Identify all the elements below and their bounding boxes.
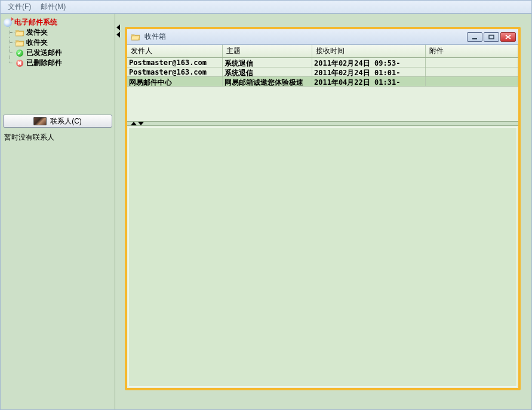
sidebar: 电子邮件系统 发件夹 收件夹 bbox=[1, 14, 115, 409]
globe-icon bbox=[3, 18, 13, 27]
tree-item-sent[interactable]: ✓ 已发送邮件 bbox=[3, 48, 112, 58]
cell-attachment bbox=[426, 58, 518, 67]
triangle-left-icon bbox=[116, 24, 120, 30]
folder-open-icon bbox=[15, 28, 24, 38]
triangle-down-icon bbox=[138, 122, 144, 125]
cell-subject: 系统退信 bbox=[223, 67, 312, 76]
table-row[interactable]: Postmaster@163.com 系统退信 2011年02月24日 01:0… bbox=[127, 67, 518, 77]
triangle-up-icon bbox=[131, 122, 137, 125]
close-button[interactable] bbox=[500, 32, 516, 42]
cell-sender: 网易邮件中心 bbox=[127, 77, 223, 86]
contacts-empty-text: 暂时没有联系人 bbox=[1, 130, 115, 145]
tree-item-label: 已删除邮件 bbox=[26, 58, 62, 68]
folder-open-icon bbox=[131, 32, 140, 42]
maximize-button[interactable] bbox=[484, 32, 499, 42]
tree-connector-icon bbox=[5, 48, 15, 58]
column-attachment[interactable]: 附件 bbox=[426, 45, 518, 57]
cell-attachment bbox=[426, 67, 518, 76]
close-icon bbox=[505, 35, 511, 39]
cell-sender: Postmaster@163.com bbox=[127, 67, 223, 76]
app-window: 文件(F) 邮件(M) 电子邮件系统 发件夹 bbox=[0, 0, 532, 410]
avatar-icon bbox=[33, 117, 47, 125]
tree-item-outbox[interactable]: 发件夹 bbox=[3, 27, 112, 38]
check-circle-icon: ✓ bbox=[15, 48, 24, 58]
column-subject[interactable]: 主题 bbox=[223, 45, 312, 57]
folder-tree: 电子邮件系统 发件夹 收件夹 bbox=[1, 14, 115, 69]
svg-rect-1 bbox=[489, 35, 494, 39]
table-row[interactable]: Postmaster@163.com 系统退信 2011年02月24日 09:5… bbox=[127, 58, 518, 67]
tree-connector-icon bbox=[5, 27, 15, 38]
minimize-button[interactable] bbox=[467, 32, 482, 42]
inbox-title: 收件箱 bbox=[144, 32, 166, 42]
inbox-body: 发件人 主题 接收时间 附件 Postmaster@163.com 系统退信 2… bbox=[127, 45, 518, 388]
tree-connector-icon bbox=[5, 58, 15, 68]
delete-circle-icon: ✖ bbox=[15, 58, 24, 68]
mail-list: Postmaster@163.com 系统退信 2011年02月24日 09:5… bbox=[127, 58, 518, 87]
mail-table-header: 发件人 主题 接收时间 附件 bbox=[127, 45, 518, 58]
svg-rect-0 bbox=[472, 38, 477, 39]
tree-item-inbox[interactable]: 收件夹 bbox=[3, 38, 112, 48]
content-area: 收件箱 bbox=[121, 14, 531, 409]
inbox-window: 收件箱 bbox=[125, 27, 521, 390]
cell-attachment bbox=[426, 77, 518, 86]
triangle-left-icon bbox=[116, 32, 120, 38]
table-row[interactable]: 网易邮件中心 网易邮箱诚邀您体验极速 2011年04月22日 01:31- bbox=[127, 77, 518, 87]
main-area: 电子邮件系统 发件夹 收件夹 bbox=[1, 14, 531, 409]
inbox-titlebar[interactable]: 收件箱 bbox=[127, 29, 518, 45]
menu-file[interactable]: 文件(F) bbox=[3, 1, 36, 13]
tree-item-label: 收件夹 bbox=[26, 38, 48, 48]
horizontal-splitter[interactable] bbox=[127, 121, 518, 126]
tree-item-label: 已发送邮件 bbox=[26, 48, 62, 58]
tree-item-deleted[interactable]: ✖ 已删除邮件 bbox=[3, 58, 112, 68]
column-sender[interactable]: 发件人 bbox=[127, 45, 223, 57]
maximize-icon bbox=[488, 35, 494, 39]
content-wrap: 收件箱 bbox=[121, 14, 531, 409]
tree-root-email-system[interactable]: 电子邮件系统 bbox=[3, 17, 112, 27]
contacts-button-label: 联系人(C) bbox=[50, 116, 82, 127]
preview-pane bbox=[128, 127, 517, 387]
tree-connector-icon bbox=[5, 38, 15, 48]
cell-time: 2011年04月22日 01:31- bbox=[312, 77, 426, 86]
contacts-button[interactable]: 联系人(C) bbox=[3, 115, 112, 128]
cell-time: 2011年02月24日 09:53- bbox=[312, 58, 426, 67]
minimize-icon bbox=[472, 35, 478, 39]
cell-sender: Postmaster@163.com bbox=[127, 58, 223, 67]
folder-open-icon bbox=[15, 38, 24, 48]
column-time[interactable]: 接收时间 bbox=[312, 45, 426, 57]
tree-root-label: 电子邮件系统 bbox=[14, 17, 57, 27]
tree-item-label: 发件夹 bbox=[26, 27, 48, 38]
cell-time: 2011年02月24日 01:01- bbox=[312, 67, 426, 76]
cell-subject: 系统退信 bbox=[223, 58, 312, 67]
sidebar-collapse-handle[interactable] bbox=[115, 14, 121, 409]
menubar: 文件(F) 邮件(M) bbox=[1, 1, 531, 14]
cell-subject: 网易邮箱诚邀您体验极速 bbox=[223, 77, 312, 86]
menu-mail[interactable]: 邮件(M) bbox=[36, 1, 70, 13]
